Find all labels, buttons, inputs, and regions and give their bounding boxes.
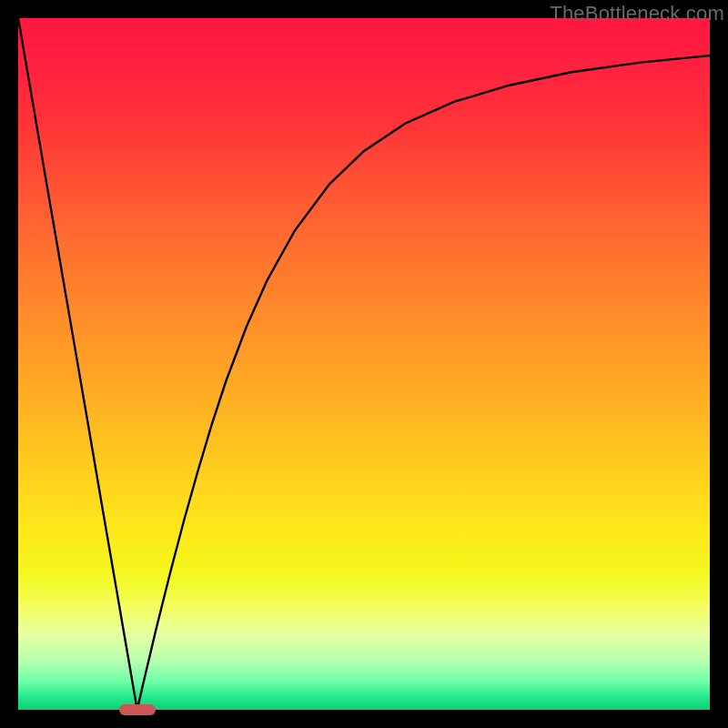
vertex-marker bbox=[119, 704, 156, 715]
curve-right-branch bbox=[137, 56, 710, 710]
curve-left-branch bbox=[18, 18, 137, 710]
chart-curves bbox=[18, 18, 710, 710]
chart-frame: TheBottleneck.com bbox=[0, 0, 728, 728]
watermark-text: TheBottleneck.com bbox=[550, 2, 724, 25]
